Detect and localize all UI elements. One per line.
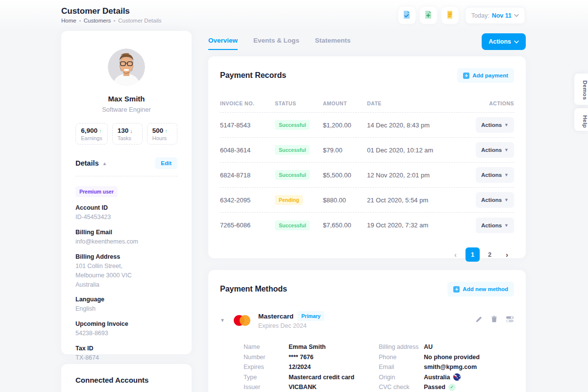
- chevron-down-icon[interactable]: ▼: [220, 318, 232, 323]
- card-detail-label: Expires: [244, 364, 289, 370]
- amount-cell: $79.00: [323, 147, 367, 154]
- row-actions-button[interactable]: Actions▼: [476, 218, 514, 233]
- card-detail-field: TypeMastercard credit card: [244, 372, 379, 383]
- stat-value: 130↓: [118, 127, 137, 134]
- stat-box: 6,900↑Earnings: [75, 123, 107, 145]
- invoice-number-cell[interactable]: 6824-8718: [220, 172, 275, 179]
- chevron-down-icon: [514, 14, 519, 17]
- card-detail-value: No phone provided: [424, 354, 480, 361]
- status-cell: Successful: [275, 145, 323, 155]
- profile-card: Max Smith Software Enginer 6,900↑Earning…: [61, 31, 192, 354]
- status-cell: Pending: [275, 195, 323, 205]
- stat-value: 6,900↑: [81, 127, 102, 134]
- arrow-down-icon: ↓: [130, 128, 133, 134]
- card-detail-field: CVC checkPassed✓: [379, 382, 514, 392]
- profile-field-label: Account ID: [75, 204, 177, 211]
- card-brand: Mastercard: [258, 313, 294, 320]
- card-detail-field: IssuerVICBANK: [244, 382, 379, 392]
- breadcrumb-home[interactable]: Home: [61, 18, 76, 24]
- pagination-page-2[interactable]: 2: [483, 247, 497, 262]
- profile-field-value: Australia: [75, 281, 177, 289]
- row-actions-button[interactable]: Actions▼: [476, 167, 514, 183]
- side-tab-help[interactable]: Help: [574, 108, 588, 131]
- card-detail-label: Number: [244, 354, 289, 361]
- profile-field: LanguageEnglish: [75, 296, 177, 313]
- pagination-next-button[interactable]: ›: [500, 247, 514, 262]
- date-picker-button[interactable]: Today: Nov 11: [465, 7, 525, 24]
- stat-label: Hours: [152, 135, 172, 141]
- chevron-down-icon: ▼: [504, 172, 509, 177]
- invoice-number-cell[interactable]: 5147-8543: [220, 122, 275, 129]
- primary-badge: Primary: [297, 311, 324, 321]
- document-plus-icon: [423, 10, 433, 21]
- actions-dropdown-button[interactable]: Actions: [482, 33, 526, 50]
- profile-field-label: Billing Email: [75, 229, 177, 236]
- column-date: Date: [367, 100, 470, 106]
- settings-toggle-icon[interactable]: [506, 316, 514, 325]
- connected-accounts-card: Connected Accounts: [61, 364, 192, 392]
- card-detail-label: Billing address: [379, 343, 424, 350]
- delete-trash-icon[interactable]: [490, 316, 498, 325]
- invoice-number-cell[interactable]: 6342-2095: [220, 196, 275, 204]
- chevron-down-icon: [514, 40, 519, 44]
- stat-value: 500↑: [152, 127, 172, 134]
- document-check-button[interactable]: [398, 7, 416, 24]
- header-actions: Today: Nov 11: [398, 7, 525, 24]
- column-status: Status: [275, 100, 323, 106]
- profile-field-label: Language: [75, 296, 177, 303]
- status-badge: Successful: [275, 145, 310, 155]
- breadcrumb-customers[interactable]: Customers: [84, 18, 111, 24]
- breadcrumb-dot: [114, 20, 115, 22]
- invoice-number-cell[interactable]: 6048-3614: [220, 147, 275, 154]
- date-cell: 01 Dec 2020, 10:12 am: [367, 147, 470, 154]
- tab-overview[interactable]: Overview: [208, 37, 238, 50]
- profile-field-label: Tax ID: [75, 345, 177, 352]
- document-plus-button[interactable]: [420, 7, 437, 24]
- table-header-row: Invoice No. Status Amount Date Actions: [220, 100, 514, 113]
- row-actions-button[interactable]: Actions▼: [476, 142, 514, 158]
- card-detail-label: CVC check: [379, 384, 424, 391]
- edit-pencil-icon[interactable]: [475, 316, 483, 325]
- card-detail-value: 12/2024: [289, 364, 311, 370]
- card-detail-value: Passed✓: [424, 384, 456, 391]
- document-lines-icon: [445, 10, 455, 21]
- table-row: 6824-8718Successful$5,500.0012 Nov 2020,…: [220, 163, 514, 188]
- pagination-page-1[interactable]: 1: [466, 247, 480, 262]
- table-row: 7265-6086Successful$7,650.0019 Oct 2020,…: [220, 213, 514, 238]
- chevron-down-icon: ▼: [504, 197, 509, 202]
- card-detail-label: Issuer: [244, 384, 289, 391]
- card-detail-label: Type: [244, 374, 289, 381]
- tab-statements[interactable]: Statements: [315, 37, 351, 50]
- side-tab-demos[interactable]: Demos: [574, 74, 588, 105]
- connected-accounts-title: Connected Accounts: [75, 376, 177, 384]
- column-invoice: Invoice No.: [220, 100, 275, 106]
- card-detail-label: Name: [244, 343, 289, 350]
- profile-field-label: Billing Address: [75, 253, 177, 260]
- document-lines-button[interactable]: [441, 7, 459, 24]
- stat-label: Earnings: [81, 135, 102, 141]
- actions-cell: Actions▼: [470, 142, 514, 158]
- add-payment-button[interactable]: + Add payment: [457, 68, 514, 83]
- row-actions-button[interactable]: Actions▼: [476, 117, 514, 133]
- card-detail-field: Expires12/2024: [244, 362, 379, 372]
- edit-button[interactable]: Edit: [155, 157, 177, 169]
- tab-events-logs[interactable]: Events & Logs: [253, 37, 299, 50]
- mastercard-logo-icon: [232, 314, 252, 327]
- pagination-prev-button[interactable]: ‹: [448, 247, 463, 262]
- chevron-up-icon[interactable]: ▲: [102, 161, 107, 166]
- add-new-method-button[interactable]: + Add new method: [447, 282, 514, 296]
- card-detail-value: **** 7676: [289, 354, 314, 361]
- australia-flag-icon: [453, 373, 461, 381]
- invoice-number-cell[interactable]: 7265-6086: [220, 221, 275, 229]
- amount-cell: $7,650.00: [323, 221, 367, 229]
- row-actions-label: Actions: [481, 172, 502, 178]
- card-detail-field: Billing addressAU: [379, 342, 514, 352]
- profile-field: Upcoming Invoice54238-8693: [75, 320, 177, 338]
- card-detail-value: smith@kpmg.com: [424, 364, 477, 370]
- check-circle-icon: ✓: [448, 384, 456, 391]
- row-actions-button[interactable]: Actions▼: [476, 192, 514, 208]
- card-detail-field: Emailsmith@kpmg.com: [379, 362, 514, 372]
- payment-methods-title: Payment Methods: [220, 285, 287, 294]
- today-value: Nov 11: [492, 12, 512, 19]
- breadcrumb: Home Customers Customer Details: [61, 18, 162, 24]
